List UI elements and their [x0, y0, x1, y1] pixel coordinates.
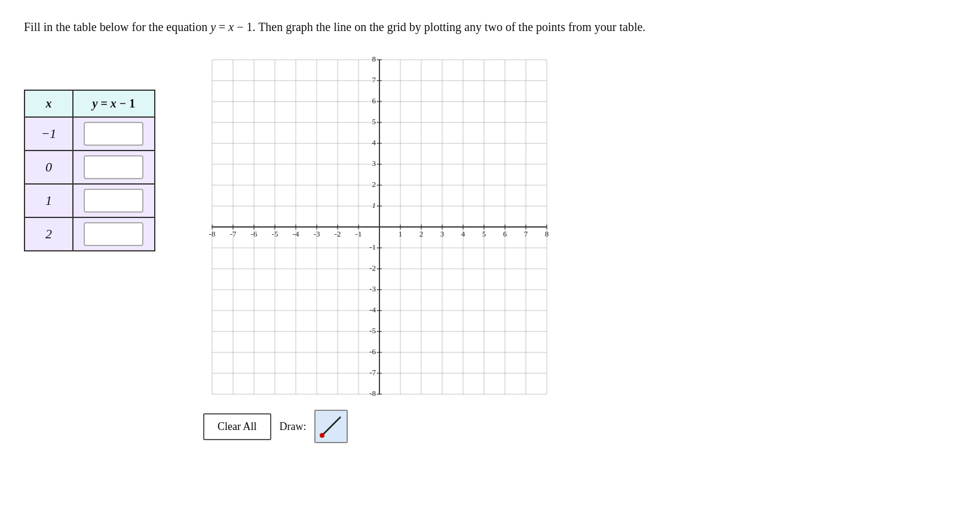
svg-line-0 — [321, 417, 341, 436]
y-input-3[interactable] — [84, 222, 143, 246]
graph-area — [179, 54, 559, 400]
graph-canvas[interactable] — [179, 54, 559, 400]
instructions-text: Fill in the table below for the equation… — [24, 18, 860, 36]
main-content: x y = x − 1 −1012 Clear All Draw: — [24, 54, 956, 443]
y-input-2[interactable] — [84, 189, 143, 213]
table-row-x-2: 1 — [24, 184, 73, 217]
value-table: x y = x − 1 −1012 — [24, 90, 155, 251]
table-row-x-3: 2 — [24, 217, 73, 251]
table-row-x-0: −1 — [24, 117, 73, 151]
clear-all-button[interactable]: Clear All — [203, 413, 271, 440]
draw-label: Draw: — [280, 420, 307, 433]
table-row-y-3[interactable] — [73, 217, 155, 251]
y-input-0[interactable] — [84, 122, 143, 146]
svg-point-1 — [320, 433, 324, 438]
draw-icon[interactable] — [314, 410, 348, 443]
col-x-header: x — [24, 90, 73, 117]
table-row-y-0[interactable] — [73, 117, 155, 151]
graph-container: Clear All Draw: — [179, 54, 559, 443]
draw-tool-icon — [318, 413, 344, 440]
table-row-x-1: 0 — [24, 151, 73, 184]
table-row-y-1[interactable] — [73, 151, 155, 184]
instructions-block: Fill in the table below for the equation… — [24, 18, 956, 36]
y-input-1[interactable] — [84, 155, 143, 179]
toolbar: Clear All Draw: — [203, 410, 348, 443]
col-y-header: y = x − 1 — [73, 90, 155, 117]
table-container: x y = x − 1 −1012 — [24, 54, 155, 251]
table-row-y-2[interactable] — [73, 184, 155, 217]
